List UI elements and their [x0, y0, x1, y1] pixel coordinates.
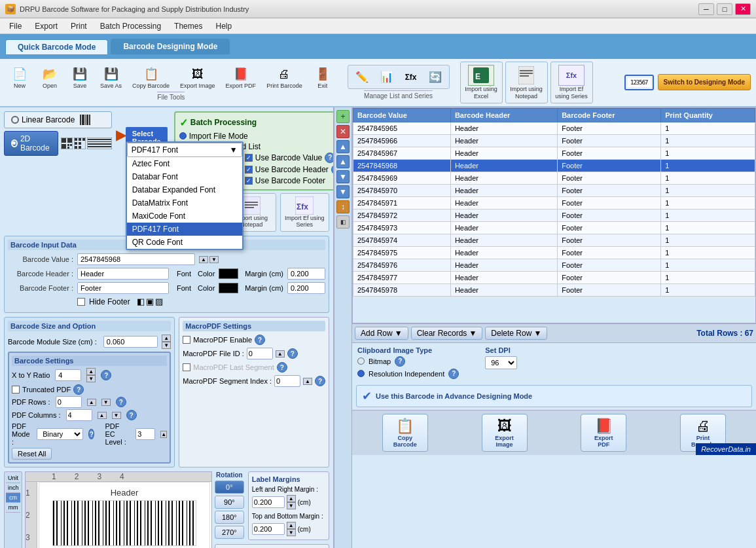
menu-export[interactable]: Export — [28, 20, 64, 32]
pdf-cols-spin-up[interactable]: ▲ — [98, 412, 107, 419]
macro-segment-spin[interactable]: ▲ — [303, 378, 312, 385]
btn-delete-row-arrow[interactable]: ✕ — [336, 125, 350, 138]
lr-spin-down[interactable]: ▼ — [287, 502, 296, 509]
btn-import-series[interactable]: Σfx Import Ef using Series — [550, 62, 593, 103]
pdf-mode-select[interactable]: BinaryTextNumeric — [37, 428, 83, 440]
checkbox-truncated-pdf[interactable] — [12, 386, 20, 393]
btn-save-as[interactable]: 💾 Save As — [96, 64, 126, 92]
macro-file-id-input[interactable] — [247, 348, 273, 359]
table-row[interactable]: 2547845976 Header Footer 1 — [353, 259, 755, 271]
table-row[interactable]: 2547845967 Header Footer 1 — [353, 147, 755, 159]
macro-file-id-spin[interactable]: ▲ — [276, 350, 285, 357]
manage-tool-2[interactable]: 📊 — [376, 68, 398, 86]
rot-btn-0[interactable]: 0° — [215, 481, 244, 494]
align-right-icon[interactable]: ▨ — [155, 297, 163, 306]
btn-add-row[interactable]: Add Row ▼ — [355, 327, 408, 340]
font-dropdown-header[interactable]: PDF417 Font ▼ — [127, 143, 242, 157]
menu-help[interactable]: Help — [209, 20, 238, 32]
align-center-icon[interactable]: ▣ — [146, 297, 154, 306]
close-button[interactable]: ✕ — [735, 3, 751, 15]
footer-margin-input[interactable] — [287, 282, 325, 294]
tb-spin-up[interactable]: ▲ — [287, 522, 296, 529]
btn-action-export-pdf[interactable]: 📕 ExportPDF — [581, 414, 626, 452]
table-row[interactable]: 2547845977 Header Footer 1 — [353, 271, 755, 283]
pdf-rows-spin-down[interactable]: ▼ — [101, 399, 111, 406]
tb-margin-input[interactable] — [252, 523, 285, 535]
xy-spin-up[interactable]: ▲ — [86, 368, 96, 375]
table-row[interactable]: 2547845975 Header Footer 1 — [353, 246, 755, 259]
help-resolution[interactable]: ? — [448, 369, 459, 379]
barcode-value-input[interactable] — [77, 253, 195, 265]
unit-btn-mm[interactable]: mm — [6, 503, 20, 513]
footer-color-swatch[interactable] — [219, 283, 238, 293]
rot-btn-270[interactable]: 270° — [215, 526, 244, 539]
checkbox-macro-last-segment[interactable] — [183, 363, 190, 371]
font-option-qrcode[interactable]: QR Code Font — [127, 236, 242, 249]
btn-orange-action[interactable]: ↕ — [336, 200, 350, 213]
btn-move-up-arrow[interactable]: ▲ — [336, 140, 350, 153]
table-row[interactable]: 2547845971 Header Footer 1 — [353, 196, 755, 209]
pdf-rows-spin-up[interactable]: ▲ — [87, 399, 96, 406]
btn-move-down-arrow[interactable]: ▼ — [336, 170, 350, 183]
pdf-cols-spin-down[interactable]: ▼ — [112, 412, 121, 419]
module-size-input[interactable] — [103, 336, 158, 348]
barcode-header-input[interactable] — [77, 268, 169, 280]
btn-switch-designing[interactable]: Switch to Designing Mode — [658, 74, 751, 90]
table-row[interactable]: 2547845966 Header Footer 1 — [353, 134, 755, 147]
font-option-datamatrix[interactable]: DataMatrix Font — [127, 196, 242, 210]
btn-action-copy-barcode[interactable]: 📋 CopyBarcode — [382, 414, 428, 452]
btn-delete-row[interactable]: Delete Row ▼ — [485, 327, 547, 340]
btn-linear-barcode[interactable]: Linear Barcode — [4, 111, 112, 128]
checkbox-use-barcode-header[interactable]: ✓ — [245, 166, 253, 174]
table-row[interactable]: 2547845974 Header Footer 1 — [353, 234, 755, 246]
manage-tool-1[interactable]: ✏️ — [351, 68, 373, 86]
btn-add-row-arrow[interactable]: + — [336, 110, 350, 123]
lr-spin-up[interactable]: ▲ — [287, 495, 296, 502]
btn-move-down-arrow-2[interactable]: ▼ — [336, 185, 350, 198]
help-pdf-cols[interactable]: ? — [126, 410, 137, 420]
help-bitmap[interactable]: ? — [395, 356, 405, 367]
pdf-cols-input[interactable] — [66, 409, 92, 421]
checkbox-use-barcode-value[interactable]: ✓ — [245, 154, 253, 162]
radio-resolution-independent[interactable] — [357, 370, 365, 377]
xy-spin-down[interactable]: ▼ — [86, 375, 96, 382]
tb-spin-down[interactable]: ▼ — [287, 529, 296, 536]
minimize-button[interactable]: ─ — [698, 3, 714, 15]
btn-import-excel[interactable]: E Import using Excel — [460, 62, 503, 103]
btn-action-export-image[interactable]: 🖼 ExportImage — [482, 414, 528, 452]
font-option-databar[interactable]: Databar Font — [127, 170, 242, 183]
btn-open[interactable]: 📂 Open — [35, 64, 64, 92]
menu-file[interactable]: File — [3, 20, 28, 32]
help-macro-last-segment[interactable]: ? — [277, 362, 287, 373]
radio-bitmap[interactable] — [357, 357, 365, 365]
btn-export-pdf[interactable]: 📕 Export PDF — [221, 64, 261, 92]
btn-export-image[interactable]: 🖼 Export Image — [175, 64, 220, 92]
help-macro-file-id[interactable]: ? — [287, 348, 298, 359]
btn-small-icon-1[interactable]: ◧ — [336, 215, 350, 228]
unit-btn-unit[interactable]: Unit — [6, 473, 20, 483]
table-row[interactable]: 2547845968 Header Footer 1 — [353, 159, 755, 172]
btn-clear-records[interactable]: Clear Records ▼ — [411, 327, 483, 340]
table-row[interactable]: 2547845978 Header Footer 1 — [353, 283, 755, 296]
checkbox-macro-enable[interactable] — [183, 336, 190, 344]
tab-barcode-designing[interactable]: Barcode Designing Mode — [111, 39, 230, 54]
header-margin-input[interactable] — [287, 268, 325, 280]
unit-btn-inch[interactable]: inch — [6, 483, 20, 493]
manage-tool-4[interactable]: 🔄 — [424, 68, 446, 86]
help-macro-enable[interactable]: ? — [255, 335, 265, 345]
font-option-databar-expanded[interactable]: Databar Expanded Font — [127, 183, 242, 196]
pdf-ec-spin[interactable]: ▲ — [160, 431, 167, 438]
menu-themes[interactable]: Themes — [168, 20, 209, 32]
pdf-ec-input[interactable] — [135, 428, 155, 440]
btn-print-barcode[interactable]: 🖨 Print Barcode — [262, 64, 307, 92]
font-option-pdf417[interactable]: PDF417 Font — [127, 223, 242, 236]
table-row[interactable]: 2547845973 Header Footer 1 — [353, 221, 755, 234]
font-option-maxicode[interactable]: MaxiCode Font — [127, 210, 242, 223]
rot-btn-180[interactable]: 180° — [215, 511, 244, 524]
module-spin-up[interactable]: ▲ — [162, 335, 171, 342]
unit-btn-cm[interactable]: cm — [6, 493, 20, 503]
btn-copy-barcode[interactable]: 📋 Copy Barcode — [128, 64, 174, 92]
btn-save[interactable]: 💾 Save — [65, 64, 94, 92]
xy-ratio-input[interactable] — [55, 369, 81, 381]
btn-2d-barcode[interactable]: 2D Barcode — [4, 131, 58, 156]
